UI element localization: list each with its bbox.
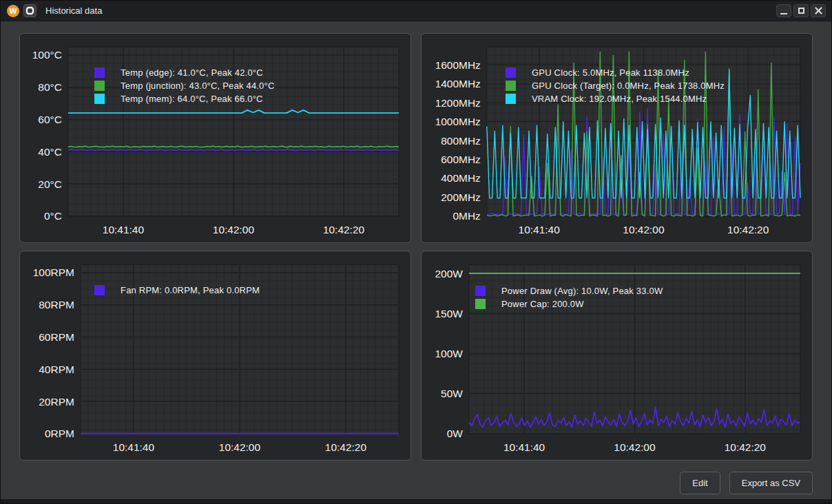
x-axis-tick-label: 10:42:00 (623, 224, 664, 235)
window-bottom-edge (1, 499, 831, 503)
x-axis-tick-label: 10:41:40 (503, 441, 545, 453)
y-axis-tick-label: 0W (447, 428, 464, 439)
x-axis-tick-label: 10:41:40 (103, 224, 144, 235)
app-window: W Historical data 0°C20°C40°C60°C80°C100… (0, 0, 832, 504)
close-button[interactable] (811, 4, 826, 17)
power-chart-panel: 0W50W100W150W200W10:41:4010:42:0010:42:2… (421, 251, 813, 461)
y-axis-tick-label: 1200MHz (435, 97, 481, 109)
y-axis-tick-label: 1600MHz (435, 59, 481, 71)
y-axis-tick-label: 100RPM (33, 266, 74, 278)
x-axis-tick-label: 10:42:20 (725, 441, 766, 453)
x-axis-tick-label: 10:42:20 (323, 224, 364, 235)
y-axis-tick-label: 0RPM (45, 428, 74, 439)
y-axis-tick-label: 0MHz (453, 210, 480, 222)
app-icon (25, 6, 34, 15)
y-axis-tick-label: 20RPM (39, 396, 74, 408)
x-axis-tick-label: 10:42:00 (219, 441, 260, 453)
gpu_clock-chart: 0MHz200MHz400MHz600MHz800MHz1000MHz1200M… (422, 34, 812, 242)
x-axis-tick-label: 10:41:40 (113, 441, 154, 453)
y-axis-tick-label: 40RPM (39, 364, 74, 375)
y-axis-tick-label: 60°C (38, 114, 62, 125)
minimize-icon (780, 13, 787, 14)
temperature-chart: 0°C20°C40°C60°C80°C100°C10:41:4010:42:00… (20, 34, 410, 242)
close-icon (815, 7, 822, 14)
y-axis-tick-label: 40°C (38, 146, 62, 158)
x-axis-tick-label: 10:42:20 (727, 224, 769, 235)
content-area: 0°C20°C40°C60°C80°C100°C10:41:4010:42:00… (1, 21, 831, 499)
maximize-button[interactable] (793, 4, 809, 17)
export-csv-button[interactable]: Export as CSV (729, 472, 813, 494)
y-axis-tick-label: 80°C (38, 81, 62, 93)
fan-chart: 0RPM20RPM40RPM60RPM80RPM100RPM10:41:4010… (20, 251, 410, 460)
y-axis-tick-label: 200MHz (441, 191, 481, 203)
y-axis-tick-label: 150W (435, 308, 463, 319)
x-axis-tick-label: 10:42:00 (614, 441, 655, 453)
y-axis-tick-label: 1400MHz (435, 78, 481, 90)
titlebar[interactable]: W Historical data (1, 1, 831, 21)
y-axis-tick-label: 100W (435, 348, 463, 359)
y-axis-tick-label: 1000MHz (435, 116, 481, 127)
gpu-clock-chart-panel: 0MHz200MHz400MHz600MHz800MHz1000MHz1200M… (421, 33, 813, 243)
wm-icon: W (7, 5, 19, 17)
y-axis-tick-label: 800MHz (441, 135, 481, 147)
power-chart: 0W50W100W150W200W10:41:4010:42:0010:42:2… (422, 251, 812, 460)
x-axis-tick-label: 10:42:20 (325, 441, 366, 453)
y-axis-tick-label: 200W (435, 268, 463, 280)
y-axis-tick-label: 100°C (32, 49, 62, 61)
x-axis-tick-label: 10:41:40 (519, 224, 560, 235)
fan-rpm-chart-panel: 0RPM20RPM40RPM60RPM80RPM100RPM10:41:4010… (19, 251, 411, 461)
wm-icon-letter: W (10, 7, 17, 15)
y-axis-tick-label: 60RPM (39, 331, 74, 343)
app-menu-button[interactable] (23, 4, 37, 17)
y-axis-tick-label: 400MHz (441, 172, 481, 184)
footer-actions: Edit Export as CSV (19, 472, 813, 494)
window-controls (776, 4, 827, 17)
temperature-chart-panel: 0°C20°C40°C60°C80°C100°C10:41:4010:42:00… (19, 33, 411, 243)
y-axis-tick-label: 20°C (38, 178, 62, 190)
window-title: Historical data (45, 6, 102, 16)
x-axis-tick-label: 10:42:00 (213, 224, 254, 235)
edit-button[interactable]: Edit (680, 472, 720, 494)
charts-grid: 0°C20°C40°C60°C80°C100°C10:41:4010:42:00… (19, 33, 813, 461)
y-axis-tick-label: 0°C (44, 210, 62, 222)
y-axis-tick-label: 600MHz (441, 154, 481, 165)
minimize-button[interactable] (776, 4, 791, 17)
y-axis-tick-label: 50W (441, 388, 463, 399)
y-axis-tick-label: 80RPM (39, 299, 74, 311)
maximize-icon (798, 8, 804, 14)
